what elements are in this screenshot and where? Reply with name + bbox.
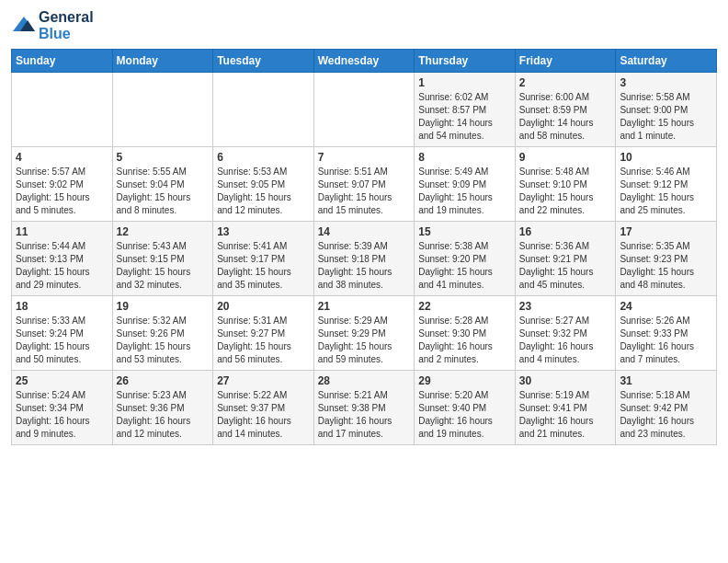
day-info: Sunrise: 5:53 AM Sunset: 9:05 PM Dayligh… xyxy=(217,166,310,217)
day-number: 29 xyxy=(418,374,511,387)
calendar-day-cell: 7Sunrise: 5:51 AM Sunset: 9:07 PM Daylig… xyxy=(313,147,415,222)
day-info: Sunrise: 5:33 AM Sunset: 9:24 PM Dayligh… xyxy=(16,315,108,366)
calendar-day-cell: 10Sunrise: 5:46 AM Sunset: 9:12 PM Dayli… xyxy=(616,147,717,222)
day-number: 1 xyxy=(418,76,511,89)
day-number: 30 xyxy=(519,374,612,387)
calendar-day-cell: 5Sunrise: 5:55 AM Sunset: 9:04 PM Daylig… xyxy=(112,147,213,222)
calendar-week-row: 1Sunrise: 6:02 AM Sunset: 8:57 PM Daylig… xyxy=(12,73,717,147)
day-info: Sunrise: 5:58 AM Sunset: 9:00 PM Dayligh… xyxy=(620,91,712,143)
day-info: Sunrise: 5:51 AM Sunset: 9:07 PM Dayligh… xyxy=(318,166,411,217)
calendar-day-header: Saturday xyxy=(616,50,717,73)
calendar-day-cell: 11Sunrise: 5:44 AM Sunset: 9:13 PM Dayli… xyxy=(12,222,113,296)
logo-text: General Blue xyxy=(39,9,94,41)
calendar-day-header: Tuesday xyxy=(213,50,314,73)
calendar-day-cell: 24Sunrise: 5:26 AM Sunset: 9:33 PM Dayli… xyxy=(616,296,717,371)
day-number: 15 xyxy=(418,225,511,238)
day-number: 21 xyxy=(318,300,411,313)
day-info: Sunrise: 5:48 AM Sunset: 9:10 PM Dayligh… xyxy=(519,166,612,217)
calendar-day-cell: 30Sunrise: 5:19 AM Sunset: 9:41 PM Dayli… xyxy=(515,371,616,445)
calendar-day-cell: 9Sunrise: 5:48 AM Sunset: 9:10 PM Daylig… xyxy=(515,147,616,222)
day-info: Sunrise: 5:38 AM Sunset: 9:20 PM Dayligh… xyxy=(418,240,511,292)
day-number: 23 xyxy=(519,300,612,313)
day-info: Sunrise: 5:32 AM Sunset: 9:26 PM Dayligh… xyxy=(117,315,210,366)
day-number: 24 xyxy=(620,300,712,313)
day-info: Sunrise: 5:18 AM Sunset: 9:42 PM Dayligh… xyxy=(620,389,712,441)
day-info: Sunrise: 5:41 AM Sunset: 9:17 PM Dayligh… xyxy=(217,240,310,292)
day-info: Sunrise: 5:20 AM Sunset: 9:40 PM Dayligh… xyxy=(418,389,511,441)
day-number: 4 xyxy=(16,151,108,164)
calendar-day-cell: 12Sunrise: 5:43 AM Sunset: 9:15 PM Dayli… xyxy=(112,222,213,296)
day-info: Sunrise: 5:22 AM Sunset: 9:37 PM Dayligh… xyxy=(217,389,310,441)
day-number: 17 xyxy=(620,225,712,238)
calendar-day-cell: 4Sunrise: 5:57 AM Sunset: 9:02 PM Daylig… xyxy=(12,147,113,222)
day-number: 26 xyxy=(117,374,210,387)
day-info: Sunrise: 5:24 AM Sunset: 9:34 PM Dayligh… xyxy=(16,389,108,441)
day-info: Sunrise: 5:29 AM Sunset: 9:29 PM Dayligh… xyxy=(318,315,411,366)
calendar-day-cell: 1Sunrise: 6:02 AM Sunset: 8:57 PM Daylig… xyxy=(415,73,516,147)
calendar-day-cell: 17Sunrise: 5:35 AM Sunset: 9:23 PM Dayli… xyxy=(616,222,717,296)
day-number: 7 xyxy=(318,151,411,164)
day-info: Sunrise: 5:49 AM Sunset: 9:09 PM Dayligh… xyxy=(418,166,511,217)
day-info: Sunrise: 5:55 AM Sunset: 9:04 PM Dayligh… xyxy=(117,166,210,217)
day-info: Sunrise: 5:27 AM Sunset: 9:32 PM Dayligh… xyxy=(519,315,612,366)
day-number: 3 xyxy=(620,76,712,89)
day-number: 14 xyxy=(318,225,411,238)
day-number: 5 xyxy=(117,151,210,164)
calendar-day-cell: 15Sunrise: 5:38 AM Sunset: 9:20 PM Dayli… xyxy=(415,222,516,296)
logo-icon xyxy=(11,13,37,39)
calendar-day-cell: 2Sunrise: 6:00 AM Sunset: 8:59 PM Daylig… xyxy=(515,73,616,147)
calendar-day-header: Friday xyxy=(515,50,616,73)
day-number: 16 xyxy=(519,225,612,238)
day-number: 9 xyxy=(519,151,612,164)
day-info: Sunrise: 6:00 AM Sunset: 8:59 PM Dayligh… xyxy=(519,91,612,143)
calendar-day-cell: 20Sunrise: 5:31 AM Sunset: 9:27 PM Dayli… xyxy=(213,296,314,371)
calendar-day-cell: 21Sunrise: 5:29 AM Sunset: 9:29 PM Dayli… xyxy=(313,296,415,371)
day-info: Sunrise: 5:28 AM Sunset: 9:30 PM Dayligh… xyxy=(418,315,511,366)
day-info: Sunrise: 5:44 AM Sunset: 9:13 PM Dayligh… xyxy=(16,240,108,292)
day-number: 13 xyxy=(217,225,310,238)
calendar-week-row: 11Sunrise: 5:44 AM Sunset: 9:13 PM Dayli… xyxy=(12,222,717,296)
day-number: 19 xyxy=(117,300,210,313)
calendar-day-header: Monday xyxy=(112,50,213,73)
day-number: 20 xyxy=(217,300,310,313)
day-number: 27 xyxy=(217,374,310,387)
calendar-day-cell: 27Sunrise: 5:22 AM Sunset: 9:37 PM Dayli… xyxy=(213,371,314,445)
calendar-day-cell: 6Sunrise: 5:53 AM Sunset: 9:05 PM Daylig… xyxy=(213,147,314,222)
calendar-day-cell: 31Sunrise: 5:18 AM Sunset: 9:42 PM Dayli… xyxy=(616,371,717,445)
calendar-day-cell: 26Sunrise: 5:23 AM Sunset: 9:36 PM Dayli… xyxy=(112,371,213,445)
calendar-day-cell: 23Sunrise: 5:27 AM Sunset: 9:32 PM Dayli… xyxy=(515,296,616,371)
calendar-day-cell xyxy=(12,73,113,147)
calendar-day-cell: 25Sunrise: 5:24 AM Sunset: 9:34 PM Dayli… xyxy=(12,371,113,445)
calendar-day-cell xyxy=(213,73,314,147)
calendar-day-cell: 28Sunrise: 5:21 AM Sunset: 9:38 PM Dayli… xyxy=(313,371,415,445)
calendar-day-cell: 22Sunrise: 5:28 AM Sunset: 9:30 PM Dayli… xyxy=(415,296,516,371)
calendar-container: General Blue SundayMondayTuesdayWednesda… xyxy=(0,0,728,454)
day-info: Sunrise: 5:46 AM Sunset: 9:12 PM Dayligh… xyxy=(620,166,712,217)
calendar-day-cell: 19Sunrise: 5:32 AM Sunset: 9:26 PM Dayli… xyxy=(112,296,213,371)
day-info: Sunrise: 6:02 AM Sunset: 8:57 PM Dayligh… xyxy=(418,91,511,143)
calendar-day-cell: 14Sunrise: 5:39 AM Sunset: 9:18 PM Dayli… xyxy=(313,222,415,296)
day-info: Sunrise: 5:43 AM Sunset: 9:15 PM Dayligh… xyxy=(117,240,210,292)
day-info: Sunrise: 5:31 AM Sunset: 9:27 PM Dayligh… xyxy=(217,315,310,366)
calendar-day-cell: 13Sunrise: 5:41 AM Sunset: 9:17 PM Dayli… xyxy=(213,222,314,296)
day-number: 25 xyxy=(16,374,108,387)
day-number: 22 xyxy=(418,300,511,313)
day-number: 2 xyxy=(519,76,612,89)
day-info: Sunrise: 5:21 AM Sunset: 9:38 PM Dayligh… xyxy=(318,389,411,441)
day-number: 28 xyxy=(318,374,411,387)
calendar-day-cell xyxy=(313,73,415,147)
calendar-week-row: 4Sunrise: 5:57 AM Sunset: 9:02 PM Daylig… xyxy=(12,147,717,222)
day-info: Sunrise: 5:39 AM Sunset: 9:18 PM Dayligh… xyxy=(318,240,411,292)
calendar-day-cell: 3Sunrise: 5:58 AM Sunset: 9:00 PM Daylig… xyxy=(616,73,717,147)
day-info: Sunrise: 5:35 AM Sunset: 9:23 PM Dayligh… xyxy=(620,240,712,292)
day-number: 10 xyxy=(620,151,712,164)
calendar-day-cell: 16Sunrise: 5:36 AM Sunset: 9:21 PM Dayli… xyxy=(515,222,616,296)
day-info: Sunrise: 5:36 AM Sunset: 9:21 PM Dayligh… xyxy=(519,240,612,292)
calendar-day-cell: 29Sunrise: 5:20 AM Sunset: 9:40 PM Dayli… xyxy=(415,371,516,445)
calendar-table: SundayMondayTuesdayWednesdayThursdayFrid… xyxy=(11,49,717,445)
day-info: Sunrise: 5:57 AM Sunset: 9:02 PM Dayligh… xyxy=(16,166,108,217)
calendar-header-row: SundayMondayTuesdayWednesdayThursdayFrid… xyxy=(12,50,717,73)
day-number: 8 xyxy=(418,151,511,164)
day-number: 12 xyxy=(117,225,210,238)
day-number: 31 xyxy=(620,374,712,387)
